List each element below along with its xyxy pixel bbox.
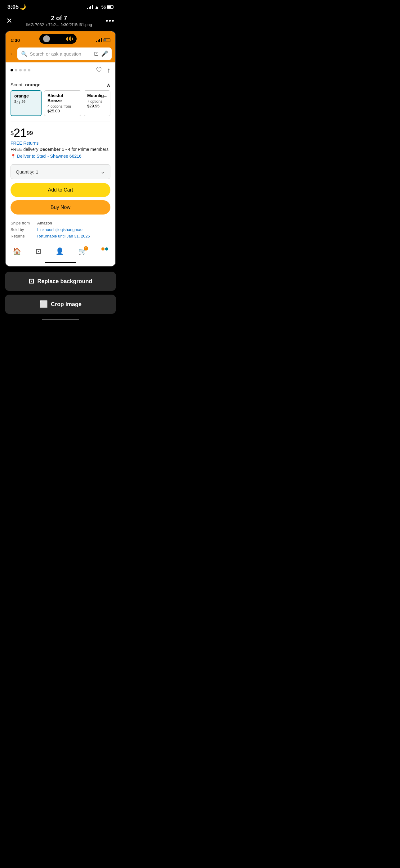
bottom-nav: 🏠 ⊡ 👤 🛒 2 (6, 244, 115, 258)
delivery-dates: December 1 - 4 (39, 147, 70, 152)
buy-now-button[interactable]: Buy Now (10, 200, 110, 215)
scent-name-blissful: Blissful Breeze (47, 93, 78, 103)
dot-1 (10, 69, 13, 71)
search-bar[interactable]: ← 🔍 Search or ask a question ⊡ 🎤 (6, 48, 115, 60)
search-icon: 🔍 (21, 51, 27, 57)
quantity-value: 1 (36, 169, 38, 175)
wifi-icon: ▲ (95, 4, 100, 10)
price-whole: 21 (14, 126, 27, 140)
nav-cart[interactable]: 🛒 2 (78, 247, 87, 255)
sold-by-value[interactable]: Linzhoushijieqishangmao (37, 227, 82, 232)
dot-4 (24, 69, 26, 71)
app-time: 1:30 (10, 37, 20, 43)
home-indicator (0, 314, 121, 322)
sold-by-label: Sold by (10, 227, 32, 232)
location-icon: 📍 (10, 154, 16, 159)
di-avatar (43, 35, 50, 42)
delivery-info: FREE delivery December 1 - 4 for Prime m… (10, 147, 110, 152)
scent-price-moonlight-amount: $29.95 (87, 104, 107, 108)
nav-menu[interactable] (101, 247, 108, 255)
signal-bars-icon (87, 5, 93, 9)
image-actions: ♡ ↑ (96, 66, 110, 74)
crop-label: Crop image (51, 301, 81, 308)
swipe-indicator (6, 258, 115, 266)
header-title: 2 of 7 IMG-7032_c7fc2...-fe30f2f15d61.pn… (12, 14, 106, 27)
moon-icon: 🌙 (20, 4, 26, 10)
app-battery-icon (104, 38, 110, 42)
main-price: $2199 (10, 127, 110, 139)
image-dots (10, 69, 96, 71)
di-waveform-icon (66, 36, 73, 41)
image-counter: 2 of 7 (12, 14, 106, 22)
battery-indicator: 56 (101, 5, 113, 10)
returns-row: Returns Returnable until Jan 31, 2025 (10, 234, 110, 239)
scent-option-blissful[interactable]: Blissful Breeze 4 options from $25.00 (44, 90, 81, 116)
image-nav: ♡ ↑ (6, 62, 115, 77)
app-status-bar: 1:30 (6, 31, 115, 48)
nav-home[interactable]: 🏠 (13, 247, 21, 255)
price-frac: 99 (27, 130, 33, 136)
scent-label: Scent: orange ∧ (10, 82, 110, 87)
returns-value[interactable]: Returnable until Jan 31, 2025 (37, 234, 90, 239)
quantity-label: Quantity: 1 (16, 169, 38, 175)
microphone-icon[interactable]: 🎤 (101, 50, 108, 57)
dot-5 (28, 69, 30, 71)
divider-2 (10, 121, 110, 121)
nav-catalog[interactable]: ⊡ (36, 247, 41, 255)
crop-icon: ⬜ (39, 300, 48, 308)
catalog-nav-icon: ⊡ (36, 247, 41, 255)
scent-option-orange[interactable]: orange $21.99 (10, 90, 41, 116)
price-section: $2199 FREE Returns FREE delivery Decembe… (6, 123, 115, 160)
delivery-suffix: for Prime members (72, 147, 108, 152)
share-button[interactable]: ↑ (107, 66, 110, 74)
replace-bg-icon: ⊡ (29, 277, 34, 285)
deliver-to-text: Deliver to Staci - Shawnee 66216 (17, 154, 81, 159)
product-content: ♡ ↑ Scent: orange ∧ orange $21.99 (6, 62, 115, 266)
scent-price-orange: $21.99 (14, 100, 38, 105)
back-button[interactable]: ← (9, 51, 15, 57)
price-dollar-sign: $ (10, 130, 14, 136)
dynamic-island (39, 34, 76, 44)
camera-search-icon[interactable]: ⊡ (94, 50, 99, 57)
ships-from-row: Ships from Amazon (10, 221, 110, 225)
scent-option-moonlight[interactable]: Moonlig... 7 options $29.95 (84, 90, 110, 116)
filename: IMG-7032_c7fc2...-fe30f2f15d61.png (12, 22, 106, 27)
replace-background-button[interactable]: ⊡ Replace background (5, 272, 116, 291)
cart-badge: 2 (84, 246, 88, 251)
home-nav-icon: 🏠 (13, 247, 21, 255)
buttons-section: Add to Cart Buy Now (6, 183, 115, 218)
status-icons: ▲ 56 (87, 4, 113, 10)
search-input-box[interactable]: 🔍 Search or ask a question ⊡ 🎤 (18, 48, 112, 60)
quantity-dropdown[interactable]: Quantity: 1 ⌄ (10, 164, 110, 179)
scent-name-moonlight: Moonlig... (87, 93, 107, 98)
app-signal-icon (96, 38, 102, 42)
search-input[interactable]: Search or ask a question (30, 51, 92, 57)
deliver-to-link[interactable]: 📍 Deliver to Staci - Shawnee 66216 (10, 154, 110, 159)
close-button[interactable]: ✕ (6, 17, 12, 25)
scent-collapse-icon[interactable]: ∧ (106, 82, 110, 89)
scent-price-blissful: 4 options from (47, 104, 78, 108)
ships-from-label: Ships from (10, 221, 32, 225)
more-options-button[interactable]: ••• (106, 17, 115, 25)
amazon-header: 1:30 (6, 31, 115, 62)
scent-price-moonlight: 7 options (87, 99, 107, 104)
scent-options: orange $21.99 Blissful Breeze 4 options … (10, 90, 110, 116)
scent-name-orange: orange (14, 93, 38, 98)
nav-dots-icon (101, 247, 108, 251)
add-to-cart-button[interactable]: Add to Cart (10, 183, 110, 197)
phone-frame: 1:30 (5, 31, 116, 267)
wishlist-button[interactable]: ♡ (96, 66, 102, 74)
header: ✕ 2 of 7 IMG-7032_c7fc2...-fe30f2f15d61.… (0, 12, 121, 31)
crop-image-button[interactable]: ⬜ Crop image (5, 294, 116, 314)
replace-bg-label: Replace background (37, 278, 92, 285)
dot-3 (19, 69, 22, 71)
quantity-section: Quantity: 1 ⌄ (6, 160, 115, 183)
status-time: 3:05 (7, 4, 19, 10)
sold-by-row: Sold by Linzhoushijieqishangmao (10, 227, 110, 232)
nav-account[interactable]: 👤 (56, 247, 64, 255)
free-returns-link[interactable]: FREE Returns (10, 141, 110, 146)
seller-info: Ships from Amazon Sold by Linzhoushijieq… (6, 218, 115, 244)
scent-section: Scent: orange ∧ orange $21.99 Blissful B… (6, 80, 115, 120)
scent-price-blissful-amount: $25.00 (47, 108, 78, 113)
dot-2 (15, 69, 18, 71)
